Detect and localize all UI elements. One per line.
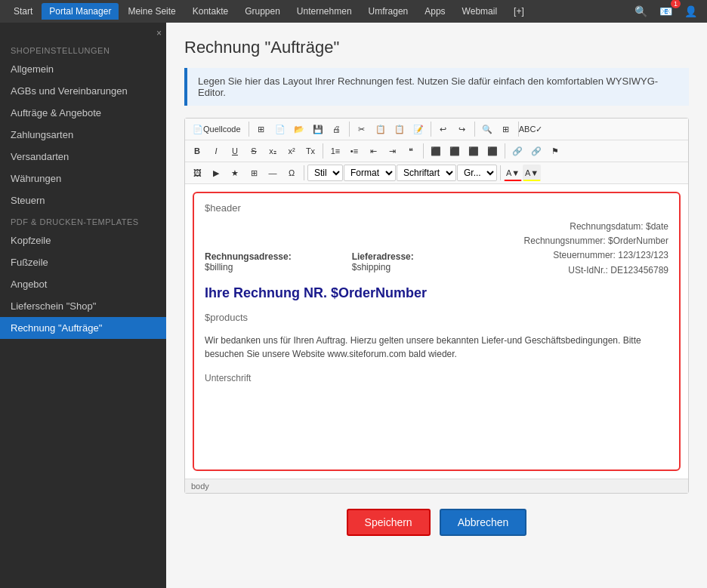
- address-row: Rechnungsadresse: $billing Lieferadresse…: [205, 251, 524, 272]
- toolbar-sep-8: [505, 143, 505, 159]
- shipping-value: $shipping: [352, 262, 391, 272]
- quellcode-button[interactable]: 📄 Quellcode: [188, 121, 245, 137]
- find-button[interactable]: 🔍: [478, 121, 496, 137]
- notification-badge: 1: [671, 0, 681, 8]
- align-justify-button[interactable]: ⬛: [483, 143, 502, 159]
- content-box[interactable]: $header Rechnungsdatum: $date Rechnungsn…: [193, 192, 681, 471]
- sidebar-item-versandarten[interactable]: Versandarten: [0, 146, 166, 168]
- invoice-heading: Ihre Rechnung NR. $OrderNumber: [205, 285, 668, 301]
- omega-button[interactable]: Ω: [282, 165, 301, 181]
- align-right-button[interactable]: ⬛: [465, 143, 483, 159]
- superscript-button[interactable]: x²: [282, 143, 301, 159]
- ordered-list-button[interactable]: 1≡: [326, 143, 344, 159]
- thank-you-text: Wir bedanken uns für Ihren Auftrag. Hier…: [205, 334, 668, 361]
- select-all-button[interactable]: ⊞: [497, 121, 515, 137]
- video-button[interactable]: ▶: [207, 165, 225, 181]
- page-title: Rechnung "Aufträge": [184, 38, 689, 57]
- paste-button[interactable]: 📋: [391, 121, 409, 137]
- nav-apps[interactable]: Apps: [417, 3, 452, 20]
- toolbar-sep-10: [500, 165, 501, 180]
- strikethrough-button[interactable]: S: [245, 143, 263, 159]
- main-content: Rechnung "Aufträge" Legen Sie hier das L…: [166, 23, 707, 588]
- toolbar-sep-6: [323, 143, 323, 159]
- nav-portal-manager[interactable]: Portal Manager: [42, 3, 119, 20]
- toolbar-sep-1: [249, 122, 249, 137]
- underline-button[interactable]: U: [226, 143, 244, 159]
- anchor-button[interactable]: ⚑: [546, 143, 564, 159]
- search-icon[interactable]: 🔍: [631, 4, 651, 19]
- sidebar-item-auftraege[interactable]: Aufträge & Angebote: [0, 102, 166, 124]
- align-center-button[interactable]: ⬛: [446, 143, 464, 159]
- nav-gruppen[interactable]: Gruppen: [237, 3, 288, 20]
- fullscreen-button[interactable]: ⊞: [252, 121, 270, 137]
- nav-meine-seite[interactable]: Meine Seite: [120, 3, 183, 20]
- hr-button[interactable]: —: [264, 165, 282, 181]
- billing-value: $billing: [205, 262, 233, 272]
- user-icon[interactable]: 👤: [681, 4, 701, 19]
- save-doc-button[interactable]: 💾: [309, 121, 327, 137]
- new-button[interactable]: 📄: [271, 121, 289, 137]
- italic-button[interactable]: I: [207, 143, 225, 159]
- sidebar-item-agbs[interactable]: AGBs und Vereinbarungen: [0, 80, 166, 102]
- sidebar-item-kopfzeile[interactable]: Kopfzeile: [0, 229, 166, 251]
- stil-dropdown[interactable]: Stil: [307, 165, 343, 181]
- nav-unternehmen[interactable]: Unternehmen: [289, 3, 360, 20]
- unordered-list-button[interactable]: •≡: [345, 143, 363, 159]
- nav-plus[interactable]: [+]: [506, 3, 532, 20]
- link-button[interactable]: 🔗: [508, 143, 526, 159]
- nav-start[interactable]: Start: [6, 3, 40, 20]
- sidebar-item-waehrungen[interactable]: Währungen: [0, 168, 166, 189]
- shipping-label: Lieferadresse:: [352, 251, 414, 262]
- sidebar-item-lieferschein[interactable]: Lieferschein "Shop": [0, 295, 166, 317]
- blockquote-button[interactable]: ❝: [402, 143, 420, 159]
- sidebar-item-fusszeile[interactable]: Fußzeile: [0, 251, 166, 273]
- notification-icon[interactable]: 📧1: [656, 4, 676, 19]
- toolbar-sep-2: [349, 122, 350, 137]
- sidebar-item-allgemein[interactable]: Allgemein: [0, 58, 166, 80]
- subscript-button[interactable]: x₂: [264, 143, 282, 159]
- bold-button[interactable]: B: [188, 143, 206, 159]
- toolbar-row-3: 🖼 ▶ ★ ⊞ — Ω Stil Format Schriftart Gr...: [185, 162, 688, 184]
- table-button[interactable]: ⊞: [245, 165, 263, 181]
- clear-format-button[interactable]: Tx: [301, 143, 320, 159]
- font-color-button[interactable]: A▼: [504, 165, 522, 181]
- format-dropdown[interactable]: Format: [344, 165, 396, 181]
- special-char-button[interactable]: ★: [226, 165, 244, 181]
- toolbar-row-1: 📄 Quellcode ⊞ 📄 📂 💾 🖨 ✂ 📋 📋 📝 ↩ ↪ 🔍: [185, 119, 688, 140]
- nav-kontakte[interactable]: Kontakte: [185, 3, 236, 20]
- invoice-tax: Steuernummer: 123/123/123: [524, 248, 668, 263]
- align-left-button[interactable]: ⬛: [427, 143, 445, 159]
- invoice-vat: USt-IdNr.: DE123456789: [524, 263, 668, 278]
- outdent-button[interactable]: ⇤: [364, 143, 382, 159]
- nav-right: 🔍 📧1 👤: [631, 4, 701, 19]
- print-button[interactable]: 🖨: [328, 121, 346, 137]
- status-bar: body: [185, 479, 688, 493]
- sidebar-close-button[interactable]: ×: [0, 26, 166, 40]
- bg-color-button[interactable]: A▼: [523, 165, 541, 181]
- spellcheck-button[interactable]: ABC✓: [522, 121, 540, 137]
- image-button[interactable]: 🖼: [188, 165, 206, 181]
- undo-button[interactable]: ↩: [434, 121, 452, 137]
- indent-button[interactable]: ⇥: [383, 143, 401, 159]
- sidebar-item-zahlungsarten[interactable]: Zahlungsarten: [0, 124, 166, 146]
- unlink-button[interactable]: 🔗: [527, 143, 545, 159]
- nav-webmail[interactable]: Webmail: [455, 3, 505, 20]
- sidebar-item-angebot[interactable]: Angebot: [0, 273, 166, 295]
- schriftart-dropdown[interactable]: Schriftart: [397, 165, 456, 181]
- toolbar-sep-3: [431, 122, 431, 137]
- products-placeholder: $products: [205, 312, 668, 323]
- cut-button[interactable]: ✂: [353, 121, 371, 137]
- cancel-button[interactable]: Abbrechen: [440, 509, 527, 536]
- editor-body[interactable]: $header Rechnungsdatum: $date Rechnungsn…: [185, 184, 688, 479]
- invoice-date: Rechnungsdatum: $date: [524, 220, 668, 234]
- save-button[interactable]: Speichern: [347, 509, 431, 536]
- copy-button[interactable]: 📋: [372, 121, 390, 137]
- nav-umfragen[interactable]: Umfragen: [361, 3, 416, 20]
- billing-label: Rechnungsadresse:: [205, 251, 292, 262]
- open-button[interactable]: 📂: [290, 121, 308, 137]
- paste-text-button[interactable]: 📝: [409, 121, 428, 137]
- sidebar-item-rechnung-auftraege[interactable]: Rechnung "Aufträge": [0, 317, 166, 339]
- redo-button[interactable]: ↪: [453, 121, 471, 137]
- groesse-dropdown[interactable]: Gr...: [457, 165, 497, 181]
- sidebar-item-steuern[interactable]: Steuern: [0, 189, 166, 211]
